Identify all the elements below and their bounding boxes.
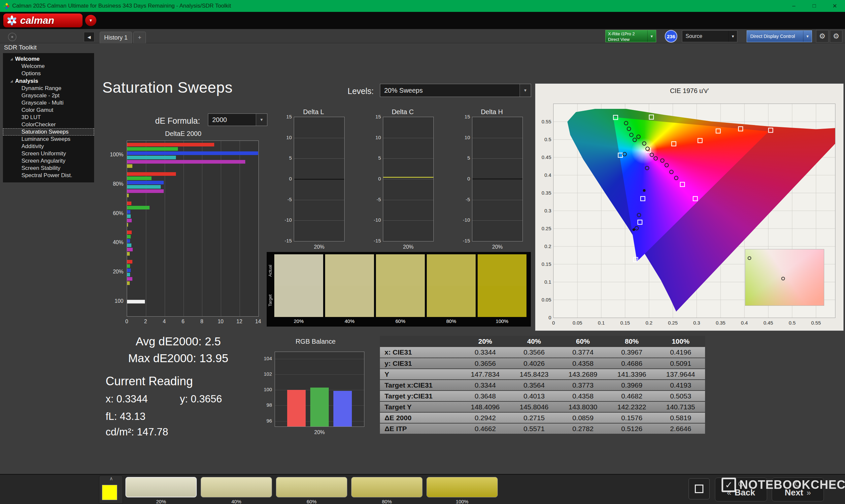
display-control-selector[interactable]: Direct Display Control ▼ bbox=[746, 30, 812, 42]
meter-selector[interactable]: X-Rite i1Pro 2 Direct View ▼ bbox=[605, 30, 656, 42]
gridline bbox=[294, 200, 344, 200]
sidebar-section-welcome[interactable]: ◢Welcome bbox=[3, 55, 94, 63]
chevron-down-icon: ▼ bbox=[803, 31, 812, 42]
measurement-marker bbox=[624, 121, 628, 125]
patch-button-100%[interactable] bbox=[426, 477, 498, 498]
table-cell: 0.5819 bbox=[656, 412, 705, 423]
sidebar-item-color-gamut[interactable]: Color Gamut bbox=[3, 107, 94, 114]
target-marker bbox=[649, 115, 654, 120]
sidebar-section-label: Analysis bbox=[15, 78, 38, 85]
brand-name: calman bbox=[20, 15, 54, 26]
table-corner bbox=[380, 336, 461, 347]
swatch-80% bbox=[427, 254, 476, 317]
current-reading-x: x: 0.3344 bbox=[106, 393, 148, 405]
sidebar-section-analysis[interactable]: ◢Analysis bbox=[3, 77, 94, 85]
axis-tick-label: 0.45 bbox=[538, 155, 551, 160]
source-selector[interactable]: Source ▼ bbox=[682, 30, 737, 42]
meter-count-badge: 236 bbox=[665, 30, 677, 42]
meter-label: X-Rite i1Pro 2 Direct View bbox=[606, 30, 647, 42]
rgb-x-label: 20% bbox=[275, 430, 365, 435]
table-row: ΔE 20000.29420.27150.08590.15760.5819 bbox=[380, 412, 705, 423]
actual-swatch bbox=[478, 254, 527, 286]
maximize-button[interactable]: □ bbox=[804, 0, 825, 12]
axis-tick-label: 0.2 bbox=[538, 244, 551, 249]
sidebar-item-dynamic-range[interactable]: Dynamic Range bbox=[3, 85, 94, 92]
table-cell: 0.3967 bbox=[608, 347, 656, 358]
sidebar-item-additivity[interactable]: Additivity bbox=[3, 143, 94, 150]
table-cell: 145.8423 bbox=[510, 369, 559, 380]
gridline bbox=[294, 220, 344, 221]
check-icon: ✓ bbox=[725, 480, 733, 490]
axis-tick-label: 0.05 bbox=[571, 320, 584, 326]
sidebar-collapse-button[interactable]: ◀ bbox=[84, 32, 94, 42]
session-indicator-icon[interactable] bbox=[8, 33, 17, 41]
gridline bbox=[294, 158, 344, 159]
close-button[interactable]: ✕ bbox=[825, 0, 845, 12]
table-cell: 0.4196 bbox=[656, 347, 705, 358]
sidebar-item-3d-lut[interactable]: 3D LUT bbox=[3, 114, 94, 121]
patch-button-40%[interactable] bbox=[201, 477, 272, 498]
chevron-down-icon: ▼ bbox=[728, 31, 737, 42]
bar bbox=[127, 143, 214, 146]
table-cell: 0.1576 bbox=[608, 412, 656, 423]
axis-tick-label: 98 bbox=[259, 402, 272, 408]
tab-add-button[interactable]: + bbox=[133, 32, 146, 43]
table-cell: 0.4682 bbox=[608, 391, 656, 401]
sidebar-item-screen-uniformity[interactable]: Screen Uniformity bbox=[3, 150, 94, 157]
sidebar-item-colorchecker[interactable]: ColorChecker bbox=[3, 121, 94, 128]
bar bbox=[127, 189, 164, 193]
de-formula-label: dE Formula: bbox=[155, 116, 200, 126]
calman-menu-button[interactable]: ▼ bbox=[85, 15, 96, 26]
sidebar-item-welcome[interactable]: Welcome bbox=[3, 63, 94, 70]
sidebar-item-grayscale-2pt[interactable]: Grayscale - 2pt bbox=[3, 92, 94, 99]
bar bbox=[127, 260, 133, 264]
sidebar-item-grayscale-multi[interactable]: Grayscale - Multi bbox=[3, 99, 94, 107]
rgb-bar-red bbox=[287, 390, 306, 427]
bar bbox=[127, 223, 128, 227]
cie-plot bbox=[553, 104, 835, 318]
minimize-button[interactable]: – bbox=[784, 0, 804, 12]
measurement-marker bbox=[661, 159, 664, 162]
table-cell: 140.7135 bbox=[656, 401, 705, 412]
cie-chart-title: CIE 1976 u'v' bbox=[535, 87, 843, 95]
current-reading-y: y: 0.3656 bbox=[180, 393, 222, 405]
swatch-level-label: 60% bbox=[376, 318, 425, 324]
pattern-window-button[interactable] bbox=[689, 478, 710, 499]
calman-logo[interactable]: calman bbox=[3, 14, 83, 28]
table-col-header: 40% bbox=[510, 336, 559, 347]
axis-tick-label: 0.35 bbox=[714, 320, 727, 326]
settings-gear-button[interactable]: ⚙ bbox=[816, 30, 828, 42]
workflow-settings-button[interactable]: ⚙ bbox=[830, 30, 842, 42]
axis-tick-label: 0 bbox=[459, 176, 470, 181]
sidebar-item-luminance-sweeps[interactable]: Luminance Sweeps bbox=[3, 136, 94, 143]
patch-button-60%[interactable] bbox=[276, 477, 347, 498]
window-controls: – □ ✕ bbox=[784, 0, 845, 12]
bar bbox=[127, 194, 129, 197]
sidebar-item-screen-angularity[interactable]: Screen Angularity bbox=[3, 157, 94, 165]
table-row: x: CIE310.33440.35660.37740.39670.4196 bbox=[380, 347, 705, 358]
axis-tick-label: 60% bbox=[106, 211, 123, 216]
table-cell: 0.3344 bbox=[461, 347, 510, 358]
levels-dropdown[interactable]: 20% Sweeps ▼ bbox=[380, 84, 531, 97]
bar bbox=[127, 277, 133, 281]
patch-label: 40% bbox=[201, 499, 272, 504]
sidebar-item-options[interactable]: Options bbox=[3, 70, 94, 77]
sidebar-item-spectral-power-dist[interactable]: Spectral Power Dist. bbox=[3, 172, 94, 179]
patch-window-handle[interactable]: ∧ bbox=[105, 475, 118, 484]
patch-button-80%[interactable] bbox=[351, 477, 423, 498]
patch-button-20%[interactable] bbox=[125, 477, 197, 498]
sidebar-item-screen-stability[interactable]: Screen Stability bbox=[3, 165, 94, 172]
levels-label: Levels: bbox=[348, 86, 374, 96]
axis-tick-label: 12 bbox=[234, 319, 244, 325]
tab-history-1[interactable]: History 1 bbox=[100, 32, 132, 43]
bar bbox=[127, 269, 131, 272]
sidebar-item-saturation-sweeps[interactable]: Saturation Sweeps bbox=[3, 128, 94, 136]
actual-swatch bbox=[325, 254, 374, 286]
bar bbox=[127, 210, 130, 214]
target-marker bbox=[716, 129, 720, 133]
display-control-label: Direct Display Control bbox=[747, 31, 803, 42]
bar bbox=[127, 281, 130, 285]
bar bbox=[127, 273, 130, 276]
de-formula-dropdown[interactable]: 2000 ▼ bbox=[208, 113, 267, 126]
table-cell: 0.4193 bbox=[656, 380, 705, 391]
